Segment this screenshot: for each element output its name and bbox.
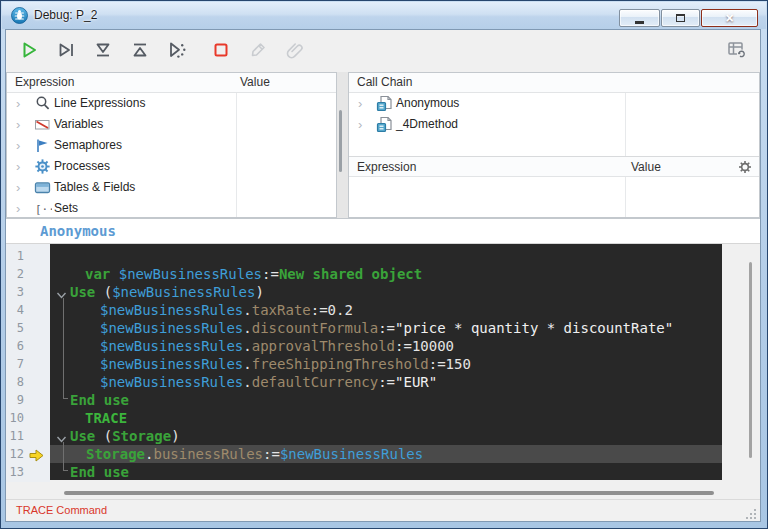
panels-refresh-button[interactable] [724, 39, 750, 65]
line-number[interactable]: 7 [6, 355, 50, 373]
code-line-6: $newBusinessRules.approvalThreshold:=100… [50, 337, 722, 355]
code-token: Use [70, 428, 95, 444]
line-number[interactable]: 10 [6, 409, 50, 427]
value-column-header: Value [631, 160, 661, 174]
current-method-name: Anonymous [40, 223, 116, 239]
chevron-right-icon[interactable]: › [16, 177, 20, 198]
expression-column-header: Expression [357, 160, 416, 174]
code-token: . [243, 320, 251, 336]
line-number[interactable]: 13 [6, 463, 50, 481]
fold-guide-line [63, 442, 68, 471]
code-token: businessRules [153, 446, 263, 462]
line-number[interactable]: 2 [6, 265, 50, 283]
code-line-9: End use [50, 391, 722, 409]
code-editor[interactable]: var $newBusinessRules:=New shared object… [50, 244, 722, 480]
line-number[interactable]: 9 [6, 391, 50, 409]
code-token: TRACE [85, 410, 127, 426]
code-token: End use [70, 392, 129, 408]
link-button[interactable] [282, 38, 308, 64]
upper-panels: Expression Value ›Line Expressions›Varia… [6, 72, 760, 218]
tree-item-label: Semaphores [54, 135, 122, 156]
chevron-right-icon[interactable]: › [358, 114, 362, 135]
code-line-3: Use ($newBusinessRules) [50, 283, 722, 301]
resize-grip-icon[interactable] [745, 506, 757, 518]
call-chain-panel: Call Chain ›Anonymous›_4Dmethod Expressi… [348, 72, 760, 218]
step-out-icon [129, 39, 151, 64]
tree-item-variables[interactable]: ›Variables [7, 114, 336, 135]
gear-icon [33, 157, 52, 176]
code-token: $newBusinessRules [100, 338, 243, 354]
magnifier-icon [33, 94, 52, 113]
code-token: . [243, 356, 251, 372]
code-line-12: Storage.businessRules:=$newBusinessRules [50, 445, 722, 463]
code-token: ( [95, 284, 112, 300]
line-number[interactable]: 8 [6, 373, 50, 391]
step-into-process-button[interactable] [164, 38, 190, 64]
code-token: := [378, 320, 395, 336]
table-icon [33, 178, 52, 197]
close-icon: × [725, 10, 733, 26]
chevron-right-icon[interactable]: › [16, 156, 20, 177]
code-token: taxRate [252, 302, 311, 318]
set-icon: [··] [33, 199, 52, 218]
tree-item-processes[interactable]: ›Processes [7, 156, 336, 177]
panels-refresh-icon [726, 39, 748, 65]
tree-item-label: Anonymous [396, 93, 459, 114]
chevron-right-icon[interactable]: › [16, 135, 20, 156]
code-token: . [243, 302, 251, 318]
code-line-5: $newBusinessRules.discountFormula:="pric… [50, 319, 722, 337]
chevron-right-icon[interactable]: › [16, 93, 20, 114]
code-token: ( [95, 428, 112, 444]
code-token: var [85, 266, 119, 282]
tree-item-semaphores[interactable]: ›Semaphores [7, 135, 336, 156]
code-token: := [262, 266, 279, 282]
code-token: :=0.2 [311, 302, 353, 318]
tree-item-line-expressions[interactable]: ›Line Expressions [7, 93, 336, 114]
watch-panel-scrollbar[interactable] [339, 110, 342, 172]
line-number[interactable]: 5 [6, 319, 50, 337]
line-number[interactable]: 6 [6, 337, 50, 355]
chevron-right-icon[interactable]: › [16, 114, 20, 135]
code-gutter[interactable]: 12345678910111213 [6, 244, 50, 482]
maximize-button[interactable] [661, 9, 700, 27]
chevron-right-icon[interactable]: › [16, 198, 20, 219]
line-number[interactable]: 1 [6, 247, 50, 265]
code-vertical-scrollbar[interactable] [749, 262, 752, 458]
code-line-7: $newBusinessRules.freeShippingThreshold:… [50, 355, 722, 373]
code-token: ) [255, 284, 263, 300]
close-button[interactable]: × [701, 9, 758, 27]
abort-icon [210, 39, 232, 64]
tree-item-anonymous[interactable]: ›Anonymous [349, 93, 759, 114]
line-number[interactable]: 3 [6, 283, 50, 301]
code-line-11: Use (Storage) [50, 427, 722, 445]
title-bar[interactable]: Debug: P_2 × [2, 2, 766, 29]
step-over-button[interactable] [53, 38, 79, 64]
line-number[interactable]: 11 [6, 427, 50, 445]
code-line-4: $newBusinessRules.taxRate:=0.2 [50, 301, 722, 319]
code-token: $newBusinessRules [100, 302, 243, 318]
link-icon [284, 39, 306, 64]
window-title: Debug: P_2 [34, 2, 97, 29]
code-horizontal-scrollbar[interactable] [64, 491, 714, 495]
step-out-button[interactable] [127, 38, 153, 64]
tree-item-tables-fields[interactable]: ›Tables & Fields [7, 177, 336, 198]
watch-panel: Expression Value ›Line Expressions›Varia… [6, 72, 337, 218]
edit-button[interactable] [245, 38, 271, 64]
watch-panel-header: Expression Value [7, 73, 336, 93]
code-token: New shared object [279, 266, 422, 282]
step-into-button[interactable] [90, 38, 116, 64]
code-token: :=150 [429, 356, 471, 372]
code-token: $newBusinessRules [112, 284, 255, 300]
tree-item-4dmethod[interactable]: ›_4Dmethod [349, 114, 759, 135]
tree-item-sets[interactable]: ›[··]Sets [7, 198, 336, 219]
abort-button[interactable] [208, 38, 234, 64]
line-number[interactable]: 4 [6, 301, 50, 319]
minimize-button[interactable] [619, 9, 660, 27]
debug-window: Debug: P_2 × Expression Value ›Line Expr… [0, 0, 768, 529]
chevron-right-icon[interactable]: › [358, 93, 362, 114]
code-line-1 [50, 247, 722, 265]
no-trace-button[interactable] [16, 38, 42, 64]
edit-icon [247, 39, 269, 64]
watch-options-gear-icon[interactable] [737, 159, 753, 175]
play-icon [18, 39, 40, 64]
